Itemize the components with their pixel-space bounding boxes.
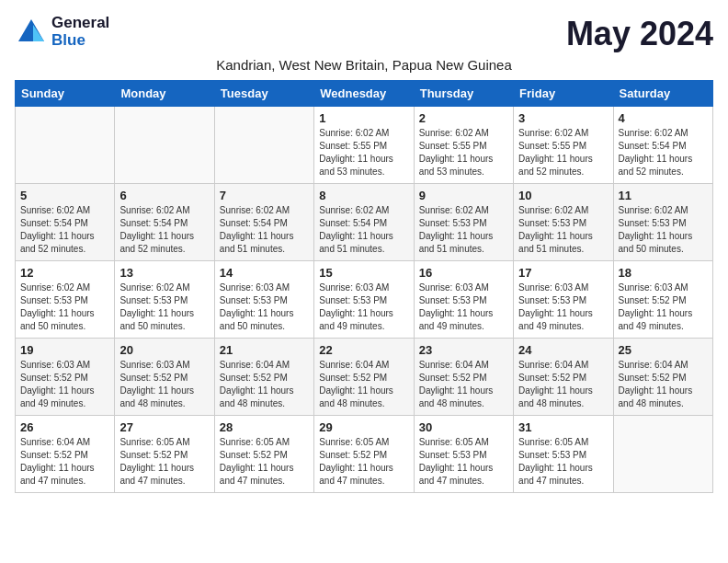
day-number: 27	[119, 420, 209, 434]
day-info: Sunrise: 6:04 AM Sunset: 5:52 PM Dayligh…	[518, 359, 608, 410]
day-info: Sunrise: 6:03 AM Sunset: 5:53 PM Dayligh…	[220, 282, 309, 333]
calendar-cell: 7Sunrise: 6:02 AM Sunset: 5:54 PM Daylig…	[214, 184, 313, 261]
calendar-cell: 27Sunrise: 6:05 AM Sunset: 5:52 PM Dayli…	[115, 416, 214, 493]
day-number: 3	[518, 111, 608, 125]
calendar-cell: 8Sunrise: 6:02 AM Sunset: 5:54 PM Daylig…	[314, 184, 414, 261]
day-info: Sunrise: 6:03 AM Sunset: 5:53 PM Dayligh…	[419, 282, 508, 333]
calendar-cell: 31Sunrise: 6:05 AM Sunset: 5:53 PM Dayli…	[514, 416, 613, 493]
calendar-cell: 14Sunrise: 6:03 AM Sunset: 5:53 PM Dayli…	[214, 261, 313, 339]
day-info: Sunrise: 6:03 AM Sunset: 5:53 PM Dayligh…	[518, 282, 608, 333]
day-info: Sunrise: 6:02 AM Sunset: 5:53 PM Dayligh…	[619, 204, 708, 256]
header-area: General Blue May 2024	[15, 15, 713, 53]
day-number: 7	[220, 189, 309, 202]
day-number: 17	[518, 266, 608, 280]
day-info: Sunrise: 6:02 AM Sunset: 5:53 PM Dayligh…	[119, 282, 209, 333]
calendar-header: SundayMondayTuesdayWednesdayThursdayFrid…	[16, 81, 713, 107]
day-info: Sunrise: 6:03 AM Sunset: 5:52 PM Dayligh…	[20, 359, 109, 410]
day-info: Sunrise: 6:02 AM Sunset: 5:55 PM Dayligh…	[319, 127, 408, 178]
logo-wrapper: General Blue	[15, 15, 109, 49]
calendar-cell: 20Sunrise: 6:03 AM Sunset: 5:52 PM Dayli…	[115, 339, 214, 416]
calendar-cell: 23Sunrise: 6:04 AM Sunset: 5:52 PM Dayli…	[414, 339, 513, 416]
day-number: 29	[319, 420, 408, 434]
day-info: Sunrise: 6:03 AM Sunset: 5:52 PM Dayligh…	[119, 359, 209, 410]
day-info: Sunrise: 6:03 AM Sunset: 5:52 PM Dayligh…	[619, 282, 708, 333]
calendar-cell: 10Sunrise: 6:02 AM Sunset: 5:53 PM Dayli…	[514, 184, 613, 261]
day-number: 4	[619, 111, 708, 125]
day-info: Sunrise: 6:02 AM Sunset: 5:53 PM Dayligh…	[419, 204, 508, 256]
header-row: SundayMondayTuesdayWednesdayThursdayFrid…	[16, 81, 713, 107]
day-info: Sunrise: 6:04 AM Sunset: 5:52 PM Dayligh…	[619, 359, 708, 410]
day-info: Sunrise: 6:02 AM Sunset: 5:54 PM Dayligh…	[619, 127, 708, 178]
day-number: 6	[119, 189, 209, 202]
calendar-cell	[16, 107, 115, 184]
day-number: 24	[518, 343, 608, 357]
calendar-cell: 12Sunrise: 6:02 AM Sunset: 5:53 PM Dayli…	[16, 261, 115, 339]
day-number: 16	[419, 266, 508, 280]
calendar-cell: 22Sunrise: 6:04 AM Sunset: 5:52 PM Dayli…	[314, 339, 414, 416]
day-number: 26	[20, 420, 109, 434]
calendar-cell: 21Sunrise: 6:04 AM Sunset: 5:52 PM Dayli…	[214, 339, 313, 416]
calendar-cell: 24Sunrise: 6:04 AM Sunset: 5:52 PM Dayli…	[514, 339, 613, 416]
day-number: 18	[619, 266, 708, 280]
day-info: Sunrise: 6:02 AM Sunset: 5:55 PM Dayligh…	[518, 127, 608, 178]
day-info: Sunrise: 6:03 AM Sunset: 5:53 PM Dayligh…	[319, 282, 408, 333]
calendar-cell: 19Sunrise: 6:03 AM Sunset: 5:52 PM Dayli…	[16, 339, 115, 416]
weekday-header-thursday: Thursday	[414, 81, 513, 107]
calendar-cell: 17Sunrise: 6:03 AM Sunset: 5:53 PM Dayli…	[514, 261, 613, 339]
calendar-table: SundayMondayTuesdayWednesdayThursdayFrid…	[15, 80, 713, 493]
week-row-1: 5Sunrise: 6:02 AM Sunset: 5:54 PM Daylig…	[16, 184, 713, 261]
week-row-0: 1Sunrise: 6:02 AM Sunset: 5:55 PM Daylig…	[16, 107, 713, 184]
day-info: Sunrise: 6:05 AM Sunset: 5:52 PM Dayligh…	[220, 436, 309, 488]
logo-icon	[15, 16, 48, 49]
calendar-cell: 4Sunrise: 6:02 AM Sunset: 5:54 PM Daylig…	[613, 107, 712, 184]
day-info: Sunrise: 6:04 AM Sunset: 5:52 PM Dayligh…	[419, 359, 508, 410]
calendar-cell: 9Sunrise: 6:02 AM Sunset: 5:53 PM Daylig…	[414, 184, 513, 261]
calendar-cell: 26Sunrise: 6:04 AM Sunset: 5:52 PM Dayli…	[16, 416, 115, 493]
day-number: 8	[319, 189, 408, 202]
calendar-cell: 6Sunrise: 6:02 AM Sunset: 5:54 PM Daylig…	[115, 184, 214, 261]
day-info: Sunrise: 6:02 AM Sunset: 5:53 PM Dayligh…	[20, 282, 109, 333]
day-number: 30	[419, 420, 508, 434]
calendar-body: 1Sunrise: 6:02 AM Sunset: 5:55 PM Daylig…	[16, 107, 713, 493]
day-number: 15	[319, 266, 408, 280]
weekday-header-saturday: Saturday	[613, 81, 712, 107]
weekday-header-monday: Monday	[115, 81, 214, 107]
day-number: 1	[319, 111, 408, 125]
month-title: May 2024	[566, 15, 713, 53]
day-info: Sunrise: 6:05 AM Sunset: 5:52 PM Dayligh…	[319, 436, 408, 488]
day-number: 21	[220, 343, 309, 357]
calendar-cell: 30Sunrise: 6:05 AM Sunset: 5:53 PM Dayli…	[414, 416, 513, 493]
day-info: Sunrise: 6:04 AM Sunset: 5:52 PM Dayligh…	[20, 436, 109, 488]
subtitle: Kandrian, West New Britain, Papua New Gu…	[15, 57, 713, 73]
day-info: Sunrise: 6:02 AM Sunset: 5:54 PM Dayligh…	[319, 204, 408, 256]
day-number: 12	[20, 266, 109, 280]
weekday-header-wednesday: Wednesday	[314, 81, 414, 107]
calendar-cell	[214, 107, 313, 184]
calendar-cell: 28Sunrise: 6:05 AM Sunset: 5:52 PM Dayli…	[214, 416, 313, 493]
day-info: Sunrise: 6:04 AM Sunset: 5:52 PM Dayligh…	[319, 359, 408, 410]
week-row-4: 26Sunrise: 6:04 AM Sunset: 5:52 PM Dayli…	[16, 416, 713, 493]
calendar-cell: 3Sunrise: 6:02 AM Sunset: 5:55 PM Daylig…	[514, 107, 613, 184]
day-info: Sunrise: 6:02 AM Sunset: 5:53 PM Dayligh…	[518, 204, 608, 256]
day-number: 28	[220, 420, 309, 434]
day-number: 5	[20, 189, 109, 202]
logo-name: General Blue	[51, 15, 109, 49]
day-number: 25	[619, 343, 708, 357]
day-number: 19	[20, 343, 109, 357]
calendar-cell: 29Sunrise: 6:05 AM Sunset: 5:52 PM Dayli…	[314, 416, 414, 493]
weekday-header-sunday: Sunday	[16, 81, 115, 107]
calendar-cell: 16Sunrise: 6:03 AM Sunset: 5:53 PM Dayli…	[414, 261, 513, 339]
calendar-cell: 5Sunrise: 6:02 AM Sunset: 5:54 PM Daylig…	[16, 184, 115, 261]
day-info: Sunrise: 6:02 AM Sunset: 5:54 PM Dayligh…	[119, 204, 209, 256]
week-row-2: 12Sunrise: 6:02 AM Sunset: 5:53 PM Dayli…	[16, 261, 713, 339]
week-row-3: 19Sunrise: 6:03 AM Sunset: 5:52 PM Dayli…	[16, 339, 713, 416]
day-number: 2	[419, 111, 508, 125]
day-number: 23	[419, 343, 508, 357]
day-info: Sunrise: 6:05 AM Sunset: 5:53 PM Dayligh…	[518, 436, 608, 488]
day-info: Sunrise: 6:02 AM Sunset: 5:55 PM Dayligh…	[419, 127, 508, 178]
day-number: 11	[619, 189, 708, 202]
calendar-cell: 15Sunrise: 6:03 AM Sunset: 5:53 PM Dayli…	[314, 261, 414, 339]
day-number: 20	[119, 343, 209, 357]
day-info: Sunrise: 6:02 AM Sunset: 5:54 PM Dayligh…	[220, 204, 309, 256]
calendar-cell: 13Sunrise: 6:02 AM Sunset: 5:53 PM Dayli…	[115, 261, 214, 339]
